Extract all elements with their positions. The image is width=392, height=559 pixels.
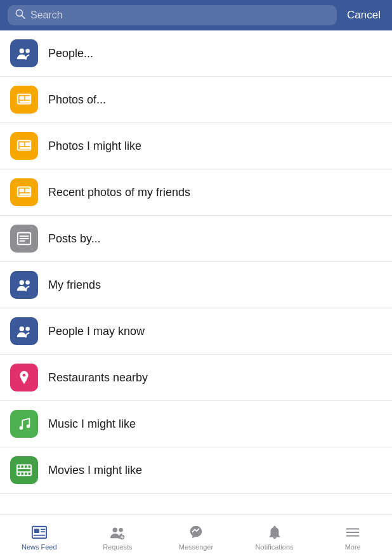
people-icon (10, 317, 38, 345)
list-item-restaurants[interactable]: Restaurants nearby (0, 355, 392, 401)
list-item-photos-of[interactable]: Photos of... (0, 77, 392, 123)
search-input-wrap (8, 5, 337, 25)
svg-point-24 (25, 280, 30, 285)
cancel-button[interactable]: Cancel (343, 6, 384, 24)
people-icon (10, 271, 38, 299)
item-label-people: People... (48, 47, 93, 60)
photos-icon (10, 178, 38, 206)
more-tab-label: More (345, 543, 361, 551)
list-item-photos-like[interactable]: Photos I might like (0, 123, 392, 169)
search-icon (15, 9, 25, 22)
item-label-photos-like: Photos I might like (48, 140, 141, 153)
svg-line-1 (22, 16, 25, 19)
more-tab-icon (344, 523, 362, 541)
item-label-recent-photos: Recent photos of my friends (48, 186, 190, 199)
svg-rect-40 (34, 529, 39, 533)
svg-rect-7 (25, 96, 30, 100)
location-icon (10, 364, 38, 391)
tab-messenger[interactable]: Messenger (157, 515, 235, 559)
requests-tab-label: Requests (103, 543, 132, 551)
list-item-posts-by[interactable]: Posts by... (0, 216, 392, 262)
news-feed-tab-icon (30, 523, 48, 541)
svg-point-27 (23, 374, 26, 377)
list-item-people[interactable]: People... (0, 30, 392, 77)
notifications-tab-icon (266, 523, 284, 541)
svg-point-44 (113, 528, 117, 532)
list-item-movies[interactable]: Movies I might like (0, 447, 392, 494)
item-label-posts-by: Posts by... (48, 232, 101, 246)
notifications-tab-label: Notifications (256, 543, 294, 551)
search-bar: Cancel (0, 0, 392, 30)
tab-bar: News Feed Requests Messenger (0, 515, 392, 559)
requests-tab-icon (108, 523, 126, 541)
svg-point-26 (25, 327, 30, 331)
news-feed-tab-label: News Feed (22, 543, 57, 551)
list-item-recent-photos[interactable]: Recent photos of my friends (0, 169, 392, 216)
svg-point-29 (27, 424, 30, 428)
svg-rect-13 (20, 147, 31, 149)
film-icon (10, 456, 38, 484)
messenger-tab-label: Messenger (179, 543, 213, 551)
item-label-music: Music I might like (48, 418, 136, 431)
svg-point-28 (20, 426, 23, 430)
tab-notifications[interactable]: Notifications (235, 515, 314, 559)
svg-point-23 (20, 280, 24, 285)
tab-more[interactable]: More (313, 515, 392, 559)
messenger-tab-icon (187, 523, 205, 541)
tab-news-feed[interactable]: News Feed (0, 515, 79, 559)
item-label-people-know: People I may know (48, 325, 145, 338)
photos-icon (10, 132, 38, 160)
posts-icon (10, 225, 38, 253)
item-label-movies: Movies I might like (48, 464, 142, 477)
svg-rect-17 (25, 188, 30, 192)
search-input[interactable] (30, 10, 329, 21)
svg-rect-18 (20, 194, 31, 195)
item-label-my-friends: My friends (48, 279, 101, 292)
search-results-list: People... Photos of... Photos I might li… (0, 30, 392, 515)
svg-rect-8 (20, 101, 31, 103)
svg-rect-16 (20, 188, 24, 192)
svg-rect-11 (20, 142, 24, 146)
photos-icon (10, 86, 38, 114)
svg-point-25 (20, 327, 24, 331)
svg-point-3 (25, 49, 30, 53)
svg-rect-12 (25, 142, 30, 146)
item-label-restaurants: Restaurants nearby (48, 371, 148, 385)
svg-point-45 (119, 528, 124, 532)
svg-point-2 (20, 49, 24, 53)
list-item-my-friends[interactable]: My friends (0, 262, 392, 308)
tab-requests[interactable]: Requests (79, 515, 157, 559)
list-item-people-know[interactable]: People I may know (0, 308, 392, 355)
item-label-photos-of: Photos of... (48, 93, 106, 107)
svg-rect-6 (20, 96, 24, 100)
music-icon (10, 410, 38, 438)
people-icon (10, 39, 38, 67)
list-item-music[interactable]: Music I might like (0, 401, 392, 447)
